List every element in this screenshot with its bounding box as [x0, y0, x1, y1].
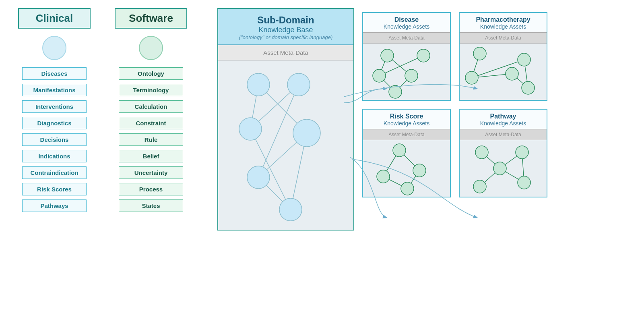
- disease-panel-header: Disease Knowledge Assets: [363, 13, 450, 32]
- software-item-terminology[interactable]: Terminology: [119, 84, 183, 96]
- svg-point-49: [493, 162, 506, 175]
- disease-svg: [363, 44, 452, 100]
- svg-point-11: [293, 119, 320, 147]
- pharmacotherapy-panel-graph: [460, 44, 547, 100]
- pharmacotherapy-svg: [460, 44, 548, 100]
- riskscore-panel-header: Risk Score Knowledge Assets: [363, 110, 450, 129]
- subdomain-svg: [218, 60, 339, 230]
- svg-point-40: [377, 170, 390, 183]
- subdomain-subtitle: Knowledge Base: [222, 26, 349, 34]
- riskscore-panel-title: Risk Score: [367, 113, 446, 120]
- pathway-svg: [460, 140, 548, 197]
- software-item-ontology[interactable]: Ontology: [119, 67, 183, 80]
- clinical-header: Clinical: [18, 8, 91, 29]
- svg-point-10: [239, 118, 262, 140]
- main-container: Clinical Diseases Manifestations Interve…: [0, 0, 644, 324]
- software-item-states[interactable]: States: [119, 199, 183, 212]
- disease-panel-title: Disease: [367, 16, 446, 23]
- clinical-item-diagnostics[interactable]: Diagnostics: [22, 117, 87, 129]
- clinical-circle: [42, 36, 66, 60]
- software-item-rule[interactable]: Rule: [119, 133, 183, 146]
- svg-point-50: [473, 180, 486, 193]
- pathway-panel-graph: [460, 140, 547, 197]
- software-column: Software Ontology Terminology Calculatio…: [109, 8, 193, 216]
- pharmacotherapy-panel-title: Pharmacotherapy: [464, 16, 543, 23]
- disease-panel-subtitle: Knowledge Assets: [367, 23, 446, 30]
- svg-point-21: [373, 69, 386, 82]
- pharmacotherapy-panel-subtitle: Knowledge Assets: [464, 23, 543, 30]
- disease-panel: Disease Knowledge Assets Asset Meta-Data: [362, 12, 451, 101]
- svg-point-13: [279, 198, 302, 221]
- clinical-item-interventions[interactable]: Interventions: [22, 100, 87, 113]
- subdomain-graph: [218, 60, 353, 230]
- clinical-item-riskscores[interactable]: Risk Scores: [22, 183, 87, 195]
- pathway-panel-meta: Asset Meta-Data: [460, 129, 547, 140]
- pharmacotherapy-panel-meta: Asset Meta-Data: [460, 32, 547, 44]
- software-item-calculation[interactable]: Calculation: [119, 100, 183, 113]
- software-item-constraint[interactable]: Constraint: [119, 117, 183, 129]
- svg-point-9: [287, 73, 310, 96]
- svg-point-23: [389, 85, 402, 98]
- software-item-belief[interactable]: Belief: [119, 150, 183, 162]
- riskscore-panel: Risk Score Knowledge Assets Asset Meta-D…: [362, 109, 451, 197]
- riskscore-panel-subtitle: Knowledge Assets: [367, 120, 446, 127]
- subdomain-box: Sub-Domain Knowledge Base ("ontology" or…: [217, 8, 354, 231]
- subdomain-area: Sub-Domain Knowledge Base ("ontology" or…: [217, 8, 354, 231]
- clinical-item-indications[interactable]: Indications: [22, 150, 87, 162]
- svg-point-22: [405, 69, 418, 82]
- panels-top-row: Disease Knowledge Assets Asset Meta-Data: [362, 12, 547, 101]
- pharmacotherapy-panel: Pharmacotherapy Knowledge Assets Asset M…: [459, 12, 547, 101]
- svg-point-30: [518, 53, 530, 66]
- svg-point-8: [247, 73, 270, 96]
- pathway-panel-subtitle: Knowledge Assets: [464, 120, 543, 127]
- svg-point-20: [417, 49, 430, 62]
- disease-panel-graph: [363, 44, 450, 100]
- pathway-panel-title: Pathway: [464, 113, 543, 120]
- svg-point-32: [506, 67, 518, 80]
- subdomain-header: Sub-Domain Knowledge Base ("ontology" or…: [218, 9, 353, 45]
- clinical-item-diseases[interactable]: Diseases: [22, 67, 87, 80]
- svg-point-12: [247, 166, 270, 189]
- svg-point-19: [381, 49, 394, 62]
- svg-point-47: [475, 146, 488, 159]
- software-header: Software: [115, 8, 187, 29]
- riskscore-panel-meta: Asset Meta-Data: [363, 129, 450, 140]
- svg-point-51: [518, 176, 530, 189]
- riskscore-svg: [363, 140, 452, 197]
- riskscore-panel-graph: [363, 140, 450, 197]
- clinical-column: Clinical Diseases Manifestations Interve…: [12, 8, 97, 216]
- pathway-panel: Pathway Knowledge Assets Asset Meta-Data: [459, 109, 547, 197]
- svg-point-48: [516, 146, 528, 159]
- software-item-process[interactable]: Process: [119, 183, 183, 195]
- pathway-panel-header: Pathway Knowledge Assets: [460, 110, 547, 129]
- svg-point-38: [393, 144, 406, 157]
- software-circle: [139, 36, 163, 60]
- panels-bottom-row: Risk Score Knowledge Assets Asset Meta-D…: [362, 109, 547, 197]
- knowledge-panels: Disease Knowledge Assets Asset Meta-Data: [362, 12, 547, 197]
- clinical-item-manifestations[interactable]: Manifestations: [22, 84, 87, 96]
- svg-point-29: [473, 47, 486, 60]
- svg-point-33: [522, 81, 535, 94]
- clinical-item-pathways[interactable]: Pathways: [22, 199, 87, 212]
- pharmacotherapy-panel-header: Pharmacotherapy Knowledge Assets: [460, 13, 547, 32]
- subdomain-title: Sub-Domain: [222, 15, 349, 26]
- subdomain-note: ("ontology" or domain specific language): [222, 34, 349, 40]
- clinical-item-contraindication[interactable]: Contraindication: [22, 166, 87, 179]
- svg-point-41: [401, 182, 414, 195]
- svg-line-2: [258, 85, 299, 177]
- svg-point-31: [465, 71, 478, 84]
- svg-point-39: [413, 164, 426, 177]
- software-item-uncertainty[interactable]: Uncertainty: [119, 166, 183, 179]
- clinical-item-decisions[interactable]: Decisions: [22, 133, 87, 146]
- disease-panel-meta: Asset Meta-Data: [363, 32, 450, 44]
- subdomain-meta: Asset Meta-Data: [218, 45, 353, 60]
